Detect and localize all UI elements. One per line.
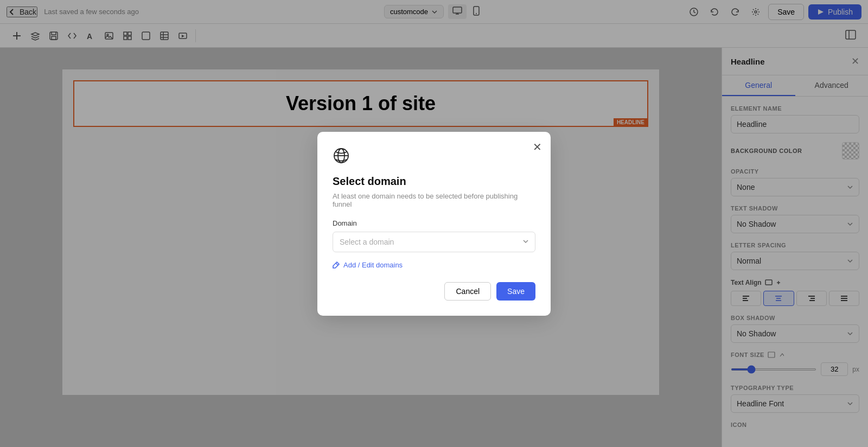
modal-select-wrapper: Select a domain bbox=[333, 232, 535, 252]
add-edit-label: Add / Edit domains bbox=[343, 261, 403, 269]
modal-cancel-btn[interactable]: Cancel bbox=[444, 282, 491, 301]
modal-overlay: ✕ Select domain At least one domain need… bbox=[0, 0, 868, 447]
modal-title: Select domain bbox=[333, 175, 535, 188]
select-domain-modal: ✕ Select domain At least one domain need… bbox=[317, 132, 551, 316]
modal-subtitle: At least one domain needs to be selected… bbox=[333, 192, 535, 208]
modal-save-btn[interactable]: Save bbox=[496, 282, 535, 301]
modal-close-btn[interactable]: ✕ bbox=[533, 141, 542, 154]
modal-add-edit-link[interactable]: Add / Edit domains bbox=[333, 261, 535, 269]
modal-actions: Cancel Save bbox=[333, 282, 535, 301]
modal-domain-label: Domain bbox=[333, 219, 535, 227]
modal-globe-icon bbox=[333, 147, 535, 167]
modal-domain-select[interactable]: Select a domain bbox=[333, 232, 535, 252]
